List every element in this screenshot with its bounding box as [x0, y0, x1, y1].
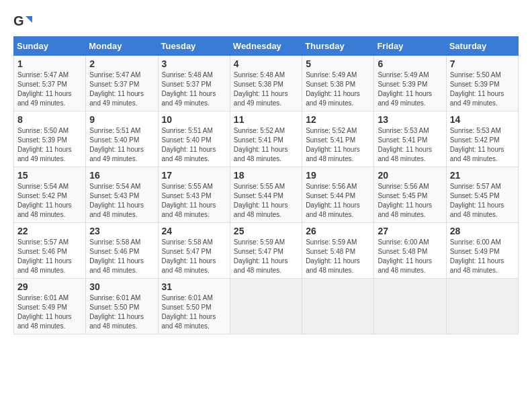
day-number: 15 — [17, 170, 82, 181]
day-number: 12 — [306, 114, 370, 125]
calendar-day-cell: 7Sunrise: 5:50 AM Sunset: 5:39 PM Daylig… — [446, 56, 518, 111]
day-info: Sunrise: 5:52 AM Sunset: 5:41 PM Dayligh… — [306, 126, 370, 164]
day-number: 22 — [17, 226, 82, 236]
day-number: 24 — [162, 226, 226, 236]
calendar-day-cell: 4Sunrise: 5:48 AM Sunset: 5:38 PM Daylig… — [230, 56, 302, 111]
day-of-week-header: Friday — [374, 37, 446, 56]
day-info: Sunrise: 5:58 AM Sunset: 5:46 PM Dayligh… — [89, 238, 154, 275]
day-of-week-header: Saturday — [446, 37, 518, 56]
logo-icon: G — [13, 13, 32, 30]
day-info: Sunrise: 6:01 AM Sunset: 5:50 PM Dayligh… — [162, 293, 226, 331]
calendar-week-row: 1Sunrise: 5:47 AM Sunset: 5:37 PM Daylig… — [14, 56, 519, 111]
day-info: Sunrise: 5:52 AM Sunset: 5:41 PM Dayligh… — [234, 126, 298, 164]
calendar-day-cell: 30Sunrise: 6:01 AM Sunset: 5:50 PM Dayli… — [86, 279, 158, 334]
day-number: 13 — [378, 114, 442, 125]
day-info: Sunrise: 6:00 AM Sunset: 5:49 PM Dayligh… — [450, 238, 515, 275]
calendar-day-cell: 27Sunrise: 6:00 AM Sunset: 5:48 PM Dayli… — [374, 223, 446, 279]
page-header: G — [13, 13, 519, 30]
calendar-day-cell: 5Sunrise: 5:49 AM Sunset: 5:38 PM Daylig… — [302, 56, 374, 111]
day-of-week-header: Thursday — [302, 37, 374, 56]
day-info: Sunrise: 5:56 AM Sunset: 5:44 PM Dayligh… — [306, 182, 370, 220]
day-number: 27 — [378, 226, 442, 236]
calendar-day-cell: 3Sunrise: 5:48 AM Sunset: 5:37 PM Daylig… — [158, 56, 230, 111]
calendar-day-cell: 22Sunrise: 5:57 AM Sunset: 5:46 PM Dayli… — [14, 223, 86, 279]
svg-text:G: G — [13, 13, 24, 28]
day-number: 1 — [17, 58, 82, 69]
calendar-day-cell: 6Sunrise: 5:49 AM Sunset: 5:39 PM Daylig… — [374, 56, 446, 111]
day-number: 30 — [89, 281, 154, 292]
day-number: 19 — [306, 170, 370, 181]
day-of-week-header: Sunday — [14, 37, 86, 56]
calendar-day-cell — [302, 279, 374, 334]
calendar-day-cell: 18Sunrise: 5:55 AM Sunset: 5:44 PM Dayli… — [230, 167, 302, 223]
calendar-day-cell: 8Sunrise: 5:50 AM Sunset: 5:39 PM Daylig… — [14, 111, 86, 167]
day-number: 16 — [89, 170, 154, 181]
day-info: Sunrise: 5:51 AM Sunset: 5:40 PM Dayligh… — [89, 126, 154, 164]
calendar-day-cell — [374, 279, 446, 334]
calendar-day-cell: 12Sunrise: 5:52 AM Sunset: 5:41 PM Dayli… — [302, 111, 374, 167]
day-number: 20 — [378, 170, 442, 181]
logo: G — [13, 13, 35, 30]
day-number: 8 — [17, 114, 82, 125]
day-info: Sunrise: 6:00 AM Sunset: 5:48 PM Dayligh… — [378, 238, 442, 275]
day-info: Sunrise: 5:47 AM Sunset: 5:37 PM Dayligh… — [89, 71, 154, 108]
calendar-day-cell: 2Sunrise: 5:47 AM Sunset: 5:37 PM Daylig… — [86, 56, 158, 111]
calendar-week-row: 29Sunrise: 6:01 AM Sunset: 5:49 PM Dayli… — [14, 279, 519, 334]
calendar-day-cell: 28Sunrise: 6:00 AM Sunset: 5:49 PM Dayli… — [446, 223, 518, 279]
day-number: 21 — [450, 170, 515, 181]
calendar-day-cell: 9Sunrise: 5:51 AM Sunset: 5:40 PM Daylig… — [86, 111, 158, 167]
day-number: 23 — [89, 226, 154, 236]
day-number: 29 — [17, 281, 82, 292]
calendar-day-cell: 19Sunrise: 5:56 AM Sunset: 5:44 PM Dayli… — [302, 167, 374, 223]
day-of-week-header: Monday — [86, 37, 158, 56]
day-info: Sunrise: 6:01 AM Sunset: 5:50 PM Dayligh… — [89, 293, 154, 331]
day-info: Sunrise: 5:57 AM Sunset: 5:45 PM Dayligh… — [450, 182, 515, 220]
day-info: Sunrise: 5:54 AM Sunset: 5:42 PM Dayligh… — [17, 182, 82, 220]
day-number: 11 — [234, 114, 298, 125]
day-info: Sunrise: 5:47 AM Sunset: 5:37 PM Dayligh… — [17, 71, 82, 108]
calendar-day-cell: 25Sunrise: 5:59 AM Sunset: 5:47 PM Dayli… — [230, 223, 302, 279]
calendar-day-cell: 21Sunrise: 5:57 AM Sunset: 5:45 PM Dayli… — [446, 167, 518, 223]
day-info: Sunrise: 6:01 AM Sunset: 5:49 PM Dayligh… — [17, 293, 82, 331]
day-number: 28 — [450, 226, 515, 236]
day-number: 31 — [162, 281, 226, 292]
day-number: 14 — [450, 114, 515, 125]
day-number: 7 — [450, 58, 515, 69]
calendar-week-row: 8Sunrise: 5:50 AM Sunset: 5:39 PM Daylig… — [14, 111, 519, 167]
day-info: Sunrise: 5:48 AM Sunset: 5:37 PM Dayligh… — [162, 71, 226, 108]
day-info: Sunrise: 5:59 AM Sunset: 5:47 PM Dayligh… — [234, 238, 298, 275]
day-info: Sunrise: 5:54 AM Sunset: 5:43 PM Dayligh… — [89, 182, 154, 220]
day-of-week-header: Tuesday — [158, 37, 230, 56]
day-number: 25 — [234, 226, 298, 236]
calendar-day-cell: 29Sunrise: 6:01 AM Sunset: 5:49 PM Dayli… — [14, 279, 86, 334]
day-of-week-header: Wednesday — [230, 37, 302, 56]
calendar-week-row: 22Sunrise: 5:57 AM Sunset: 5:46 PM Dayli… — [14, 223, 519, 279]
day-number: 17 — [162, 170, 226, 181]
calendar-week-row: 15Sunrise: 5:54 AM Sunset: 5:42 PM Dayli… — [14, 167, 519, 223]
day-number: 4 — [234, 58, 298, 69]
day-info: Sunrise: 5:53 AM Sunset: 5:41 PM Dayligh… — [378, 126, 442, 164]
svg-marker-1 — [26, 16, 32, 23]
calendar-day-cell: 23Sunrise: 5:58 AM Sunset: 5:46 PM Dayli… — [86, 223, 158, 279]
day-number: 2 — [89, 58, 154, 69]
day-number: 26 — [306, 226, 370, 236]
day-info: Sunrise: 5:50 AM Sunset: 5:39 PM Dayligh… — [450, 71, 515, 108]
calendar-day-cell: 31Sunrise: 6:01 AM Sunset: 5:50 PM Dayli… — [158, 279, 230, 334]
day-info: Sunrise: 5:56 AM Sunset: 5:45 PM Dayligh… — [378, 182, 442, 220]
calendar-day-cell: 16Sunrise: 5:54 AM Sunset: 5:43 PM Dayli… — [86, 167, 158, 223]
day-info: Sunrise: 5:55 AM Sunset: 5:44 PM Dayligh… — [234, 182, 298, 220]
calendar-day-cell: 17Sunrise: 5:55 AM Sunset: 5:43 PM Dayli… — [158, 167, 230, 223]
calendar-day-cell: 15Sunrise: 5:54 AM Sunset: 5:42 PM Dayli… — [14, 167, 86, 223]
day-info: Sunrise: 5:55 AM Sunset: 5:43 PM Dayligh… — [162, 182, 226, 220]
calendar-day-cell: 26Sunrise: 5:59 AM Sunset: 5:48 PM Dayli… — [302, 223, 374, 279]
day-number: 10 — [162, 114, 226, 125]
day-number: 5 — [306, 58, 370, 69]
day-number: 9 — [89, 114, 154, 125]
calendar-day-cell: 13Sunrise: 5:53 AM Sunset: 5:41 PM Dayli… — [374, 111, 446, 167]
day-info: Sunrise: 5:49 AM Sunset: 5:39 PM Dayligh… — [378, 71, 442, 108]
calendar-day-cell: 10Sunrise: 5:51 AM Sunset: 5:40 PM Dayli… — [158, 111, 230, 167]
day-info: Sunrise: 5:49 AM Sunset: 5:38 PM Dayligh… — [306, 71, 370, 108]
day-info: Sunrise: 5:51 AM Sunset: 5:40 PM Dayligh… — [162, 126, 226, 164]
day-number: 3 — [162, 58, 226, 69]
day-info: Sunrise: 5:53 AM Sunset: 5:42 PM Dayligh… — [450, 126, 515, 164]
